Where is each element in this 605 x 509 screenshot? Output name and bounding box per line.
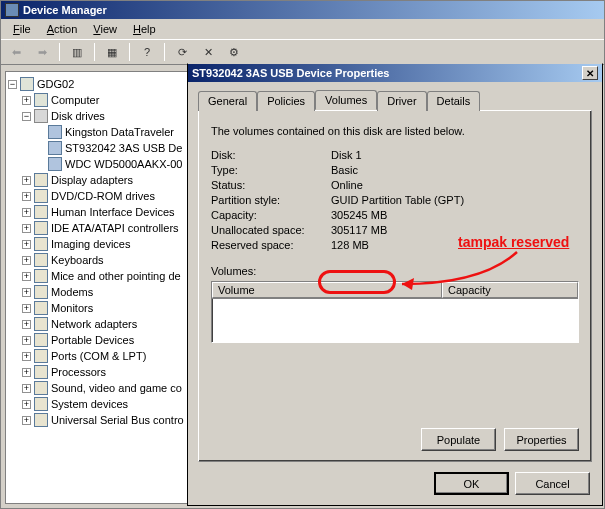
dialog-body: General Policies Volumes Driver Details … bbox=[188, 82, 602, 505]
keyboard-icon bbox=[34, 253, 48, 267]
disk-icon bbox=[48, 125, 62, 139]
toolbar: ⬅ ➡ ▥ ▦ ? ⟳ ✕ ⚙ bbox=[1, 39, 604, 65]
menubar: File Action View Help bbox=[1, 19, 604, 39]
menu-view[interactable]: View bbox=[85, 21, 125, 37]
reserved-value: 128 MB bbox=[331, 239, 369, 251]
monitor-icon bbox=[34, 301, 48, 315]
panel-buttons: Populate Properties bbox=[421, 428, 579, 451]
capacity-value: 305245 MB bbox=[331, 209, 387, 221]
toolbar-separator bbox=[59, 43, 60, 61]
main-titlebar: Device Manager bbox=[1, 1, 604, 19]
populate-button[interactable]: Populate bbox=[421, 428, 496, 451]
ok-button[interactable]: OK bbox=[434, 472, 509, 495]
scan-button[interactable]: ⟳ bbox=[171, 42, 193, 62]
network-icon bbox=[34, 317, 48, 331]
type-label: Type: bbox=[211, 164, 331, 176]
disk-label: Disk: bbox=[211, 149, 331, 161]
uninstall-button[interactable]: ✕ bbox=[197, 42, 219, 62]
volumes-listview[interactable]: Volume Capacity bbox=[211, 281, 579, 343]
help-button[interactable]: ? bbox=[136, 42, 158, 62]
status-label: Status: bbox=[211, 179, 331, 191]
drive-icon bbox=[34, 109, 48, 123]
annotation-oval bbox=[318, 270, 396, 294]
modem-icon bbox=[34, 285, 48, 299]
partition-value: GUID Partition Table (GPT) bbox=[331, 194, 464, 206]
volumes-section-label: Volumes: bbox=[211, 265, 579, 277]
close-button[interactable]: ✕ bbox=[582, 66, 598, 80]
dialog-buttons: OK Cancel bbox=[434, 472, 590, 495]
status-value: Online bbox=[331, 179, 363, 191]
system-icon bbox=[34, 397, 48, 411]
tab-general[interactable]: General bbox=[198, 91, 257, 111]
toolbar-separator bbox=[129, 43, 130, 61]
unallocated-label: Unallocated space: bbox=[211, 224, 331, 236]
properties-button[interactable]: Properties bbox=[504, 428, 579, 451]
imaging-icon bbox=[34, 237, 48, 251]
show-hide-tree-button[interactable]: ▥ bbox=[66, 42, 88, 62]
tab-volumes[interactable]: Volumes bbox=[315, 90, 377, 110]
mouse-icon bbox=[34, 269, 48, 283]
ports-icon bbox=[34, 349, 48, 363]
portable-icon bbox=[34, 333, 48, 347]
disk-value: Disk 1 bbox=[331, 149, 362, 161]
tab-policies[interactable]: Policies bbox=[257, 91, 315, 111]
unallocated-value: 305117 MB bbox=[331, 224, 387, 236]
computer-icon bbox=[20, 77, 34, 91]
properties-button[interactable]: ▦ bbox=[101, 42, 123, 62]
update-button[interactable]: ⚙ bbox=[223, 42, 245, 62]
col-capacity[interactable]: Capacity bbox=[442, 282, 578, 298]
forward-button[interactable]: ➡ bbox=[31, 42, 53, 62]
cancel-button[interactable]: Cancel bbox=[515, 472, 590, 495]
tabstrip: General Policies Volumes Driver Details bbox=[198, 90, 592, 110]
usb-icon bbox=[34, 413, 48, 427]
tab-driver[interactable]: Driver bbox=[377, 91, 426, 111]
dialog-title: ST932042 3AS USB Device Properties bbox=[192, 67, 390, 79]
capacity-label: Capacity: bbox=[211, 209, 331, 221]
back-button[interactable]: ⬅ bbox=[5, 42, 27, 62]
tab-details[interactable]: Details bbox=[427, 91, 481, 111]
toolbar-separator bbox=[164, 43, 165, 61]
cpu-icon bbox=[34, 365, 48, 379]
menu-file[interactable]: File bbox=[5, 21, 39, 37]
ide-icon bbox=[34, 221, 48, 235]
toolbar-separator bbox=[94, 43, 95, 61]
display-icon bbox=[34, 173, 48, 187]
partition-label: Partition style: bbox=[211, 194, 331, 206]
disk-icon bbox=[48, 157, 62, 171]
app-icon bbox=[5, 3, 19, 17]
dvd-icon bbox=[34, 189, 48, 203]
hid-icon bbox=[34, 205, 48, 219]
menu-help[interactable]: Help bbox=[125, 21, 164, 37]
reserved-label: Reserved space: bbox=[211, 239, 331, 251]
sound-icon bbox=[34, 381, 48, 395]
disk-icon bbox=[48, 141, 62, 155]
annotation-text: tampak reserved bbox=[458, 234, 569, 250]
type-value: Basic bbox=[331, 164, 358, 176]
dialog-titlebar: ST932042 3AS USB Device Properties ✕ bbox=[188, 64, 602, 82]
panel-description: The volumes contained on this disk are l… bbox=[211, 125, 579, 137]
computer-icon bbox=[34, 93, 48, 107]
window-title: Device Manager bbox=[23, 4, 107, 16]
menu-action[interactable]: Action bbox=[39, 21, 86, 37]
